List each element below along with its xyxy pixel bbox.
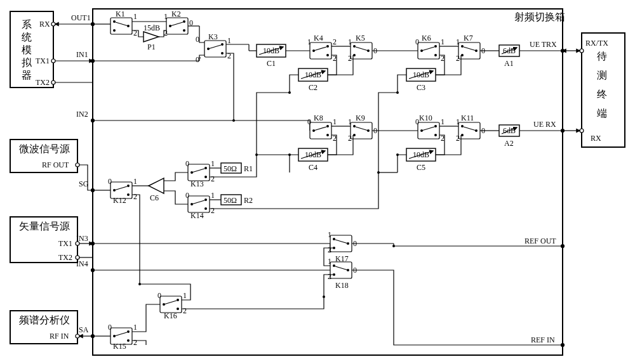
svg-point-173 <box>232 119 235 122</box>
svg-text:0': 0' <box>196 55 201 64</box>
port-in3-label: IN3 <box>76 234 88 243</box>
svg-text:2: 2 <box>133 192 137 201</box>
port-vs-tx1-label: TX1 <box>58 239 72 248</box>
svg-text:1: 1 <box>227 36 231 45</box>
switch-k3 <box>204 41 226 57</box>
svg-text:1: 1 <box>441 117 444 126</box>
svg-text:K9: K9 <box>356 114 365 122</box>
svg-text:6dB: 6dB <box>503 126 516 135</box>
svg-text:0: 0 <box>108 323 112 332</box>
vector-source: 矢量信号源 TX1 TX2 <box>10 217 79 263</box>
svg-text:C3: C3 <box>417 83 425 92</box>
svg-text:1: 1 <box>307 37 311 46</box>
switch-k2 <box>166 18 188 34</box>
svg-text:0: 0 <box>185 191 189 200</box>
svg-point-174 <box>288 91 291 94</box>
svg-text:1: 1 <box>133 177 137 186</box>
switch-k17 <box>330 235 352 252</box>
svg-text:0: 0 <box>307 117 311 126</box>
switch-k4 <box>310 42 331 59</box>
svg-text:K18: K18 <box>335 281 349 290</box>
svg-text:2: 2 <box>211 206 215 215</box>
svg-text:1: 1 <box>328 230 331 239</box>
svg-text:K7: K7 <box>464 34 473 42</box>
svg-text:2: 2 <box>183 306 187 315</box>
svg-point-179 <box>255 153 258 156</box>
port-refin-label: REF IN <box>531 335 555 344</box>
svg-text:1: 1 <box>441 37 444 46</box>
svg-text:C5: C5 <box>417 163 425 172</box>
port-refout-label: REF OUT <box>525 237 556 245</box>
svg-text:A1: A1 <box>504 59 514 68</box>
svg-text:1: 1 <box>183 291 187 300</box>
svg-text:R2: R2 <box>244 196 253 205</box>
switch-k9 <box>351 122 372 139</box>
port-uetrx-label: UE TRX <box>530 40 557 49</box>
switch-k18 <box>330 262 352 278</box>
svg-text:1: 1 <box>133 12 137 21</box>
svg-text:0: 0 <box>196 35 199 44</box>
svg-point-175 <box>288 153 291 156</box>
svg-text:R1: R1 <box>244 164 253 173</box>
svg-text:K12: K12 <box>113 196 126 205</box>
svg-text:15dB: 15dB <box>144 23 160 32</box>
svg-text:K6: K6 <box>422 34 431 42</box>
svg-text:10dB: 10dB <box>305 150 321 159</box>
svg-text:10dB: 10dB <box>413 150 429 159</box>
port-rfin-label: RF IN <box>50 332 69 341</box>
svg-point-29 <box>580 129 584 133</box>
switch-k13 <box>188 164 210 181</box>
svg-text:C4: C4 <box>309 163 318 172</box>
svg-text:2: 2 <box>227 51 231 60</box>
port-tx2-label: TX2 <box>36 78 50 87</box>
port-rx-label: RX <box>39 20 50 29</box>
switch-k16 <box>160 296 182 313</box>
svg-text:P1: P1 <box>147 42 156 51</box>
svg-text:1: 1 <box>456 117 460 126</box>
svg-text:1: 1 <box>456 37 460 46</box>
svg-text:1: 1 <box>164 12 168 21</box>
port-uerx-label: UE RX <box>533 120 556 129</box>
svg-text:K10: K10 <box>419 114 432 122</box>
port-sg-label: SG <box>79 179 89 188</box>
port-vs-tx2-label: TX2 <box>58 253 72 262</box>
svg-text:2: 2 <box>211 174 215 183</box>
switch-k7 <box>458 42 480 59</box>
port-tx1-label: TX1 <box>36 56 50 65</box>
svg-text:C6: C6 <box>150 193 159 202</box>
svg-point-182 <box>392 245 395 247</box>
switch-k6 <box>418 42 439 59</box>
dut: 待测终端 RX/TX RX <box>580 33 625 147</box>
svg-point-20 <box>76 163 79 167</box>
microwave-source: 微波信号源 RF OUT <box>10 140 79 172</box>
svg-text:50Ω: 50Ω <box>224 196 237 205</box>
svg-text:1: 1 <box>333 117 337 126</box>
svg-text:2: 2 <box>133 29 137 37</box>
svg-text:0: 0 <box>415 117 419 126</box>
svg-text:2: 2 <box>333 37 337 46</box>
svg-text:2: 2 <box>348 134 352 143</box>
svg-text:2: 2 <box>456 134 460 143</box>
svg-text:K15: K15 <box>113 342 126 351</box>
svg-point-28 <box>580 49 584 53</box>
spectrum-analyzer-title: 频谱分析仪 <box>19 315 70 325</box>
port-in4-label: IN4 <box>76 259 88 268</box>
port-in1-label: IN1 <box>76 50 88 59</box>
port-sa-label: SA <box>79 325 89 334</box>
svg-text:K5: K5 <box>356 34 365 42</box>
microwave-source-title: 微波信号源 <box>19 143 70 154</box>
port-rfout-label: RF OUT <box>42 160 69 169</box>
system-simulator-title: 系统模拟器 <box>22 19 32 81</box>
svg-text:K2: K2 <box>171 10 181 18</box>
switch-k10 <box>418 122 439 139</box>
svg-point-17 <box>51 59 55 63</box>
svg-point-178 <box>377 171 380 174</box>
svg-point-180 <box>323 296 325 298</box>
svg-point-176 <box>396 91 399 94</box>
svg-text:K4: K4 <box>314 34 323 42</box>
svg-text:6dB: 6dB <box>503 46 516 55</box>
switch-k1 <box>110 18 132 34</box>
svg-point-25 <box>76 334 79 338</box>
svg-text:K13: K13 <box>190 179 204 188</box>
svg-text:K11: K11 <box>461 114 474 122</box>
